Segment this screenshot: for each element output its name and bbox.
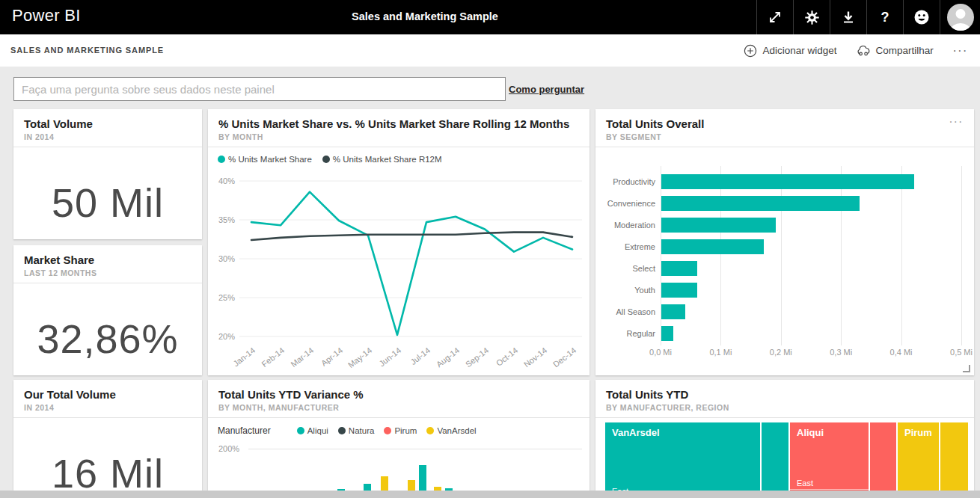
svg-text:Mar-14: Mar-14 xyxy=(289,345,315,369)
category-label: Extreme xyxy=(604,242,661,251)
settings-button[interactable] xyxy=(793,0,830,34)
bar[interactable] xyxy=(661,239,764,254)
svg-text:30%: 30% xyxy=(218,254,235,263)
svg-text:Nov-14: Nov-14 xyxy=(522,345,548,369)
bar[interactable] xyxy=(661,326,673,341)
bar[interactable] xyxy=(661,283,697,298)
download-button[interactable] xyxy=(830,0,866,34)
topbar: Power BI Sales and Marketing Sample xyxy=(0,0,980,34)
fullscreen-icon xyxy=(768,10,783,25)
avatar xyxy=(947,4,974,31)
treemap-block[interactable] xyxy=(940,422,968,498)
svg-text:Oct-14: Oct-14 xyxy=(494,345,519,368)
add-widget-button[interactable]: Adicionar widget xyxy=(744,44,836,58)
tile-subtitle: BY MONTH xyxy=(218,132,579,141)
bar[interactable] xyxy=(661,174,914,189)
category-label: Convenience xyxy=(604,199,661,208)
x-tick-label: 0,2 Mi xyxy=(759,348,803,357)
feedback-smiley-icon xyxy=(913,9,930,25)
treemap-block[interactable] xyxy=(762,422,788,498)
breadcrumb: SALES AND MARKETING SAMPLE xyxy=(10,46,164,55)
variance-legend: Manufacturer Aliqui Natura Pirum VanArsd… xyxy=(218,425,477,436)
x-tick-label: 0,1 Mi xyxy=(698,348,743,357)
svg-text:Aug-14: Aug-14 xyxy=(435,345,461,369)
legend-dot xyxy=(338,427,346,434)
legend-dot xyxy=(384,427,391,434)
tile-title: Total Units YTD Variance % xyxy=(218,388,579,401)
legend-item: VanArsdel xyxy=(426,426,476,435)
account-button[interactable] xyxy=(940,0,980,34)
tile-title: % Units Market Share vs. % Units Market … xyxy=(218,117,579,130)
horizontal-scrollbar[interactable] xyxy=(0,491,980,498)
svg-text:Apr-14: Apr-14 xyxy=(319,345,344,368)
treemap-block[interactable]: AliquiEast xyxy=(790,422,869,498)
tile-menu-button[interactable]: ... xyxy=(949,112,964,126)
plus-circle-icon xyxy=(744,44,757,58)
treemap-block[interactable]: VanArsdelEast xyxy=(605,422,760,498)
tile-market-share-line-chart[interactable]: % Units Market Share vs. % Units Market … xyxy=(208,109,589,375)
legend-dot xyxy=(218,156,225,163)
y-tick-label: 200% xyxy=(218,444,239,453)
x-tick-label: 0,0 Mi xyxy=(638,348,683,357)
topbar-actions: ? xyxy=(756,0,980,34)
share-label: Compartilhar xyxy=(876,45,934,56)
legend-title: Manufacturer xyxy=(218,425,271,436)
tile-subtitle: IN 2014 xyxy=(24,403,192,412)
legend-dot xyxy=(426,427,434,434)
dashboard-toolbar: SALES AND MARKETING SAMPLE Adicionar wid… xyxy=(0,34,980,67)
tile-title: Total Units YTD xyxy=(606,388,964,401)
qna-search-input[interactable] xyxy=(13,77,506,101)
feedback-button[interactable] xyxy=(903,0,940,34)
bar[interactable] xyxy=(661,196,860,211)
bar[interactable] xyxy=(661,218,776,233)
help-button[interactable]: ? xyxy=(866,0,903,34)
bar-row: Youth xyxy=(604,279,970,301)
tile-subtitle: IN 2014 xyxy=(24,132,192,141)
tile-total-units-overall[interactable]: Total Units Overall BY SEGMENT ... 0,0 M… xyxy=(595,109,974,375)
tile-total-volume[interactable]: Total Volume IN 2014 50 Mil xyxy=(13,109,202,239)
treemap-block[interactable]: Pirum xyxy=(898,422,939,498)
how-to-ask-link[interactable]: Como perguntar xyxy=(509,84,584,95)
bar-row: All Season xyxy=(604,301,970,322)
legend-item: Aliqui xyxy=(297,426,328,435)
tile-subtitle: LAST 12 MONTHS xyxy=(24,268,192,277)
svg-text:Jul-14: Jul-14 xyxy=(408,345,432,366)
legend-item: % Units Market Share xyxy=(218,155,312,164)
treemap-label: Aliqui xyxy=(797,427,869,438)
kpi-value: 32,86% xyxy=(13,283,202,375)
legend-item: % Units Market Share R12M xyxy=(322,155,442,164)
toolbar-more-button[interactable]: ... xyxy=(953,40,973,61)
svg-text:35%: 35% xyxy=(218,215,235,224)
bar[interactable] xyxy=(661,304,685,319)
powerbi-logo[interactable]: Power BI xyxy=(12,6,81,25)
tile-market-share[interactable]: Market Share LAST 12 MONTHS 32,86% xyxy=(13,245,202,375)
category-label: Regular xyxy=(604,329,661,338)
legend-item: Pirum xyxy=(384,426,417,435)
tile-title: Our Total Volume xyxy=(24,388,192,401)
total-units-bar-chart: 0,0 Mi0,1 Mi0,2 Mi0,3 Mi0,4 Mi0,5 Mi Pro… xyxy=(604,169,970,375)
tile-subtitle: BY MONTH, MANUFACTURER xyxy=(218,403,579,412)
fullscreen-button[interactable] xyxy=(756,0,793,34)
share-button[interactable]: Compartilhar xyxy=(857,44,934,57)
total-units-treemap: VanArsdelEastAliquiEastPirum xyxy=(605,422,971,498)
bar-row: Select xyxy=(604,257,970,279)
tile-ytd-variance[interactable]: Total Units YTD Variance % BY MONTH, MAN… xyxy=(208,380,589,498)
category-label: Moderation xyxy=(604,221,661,230)
bar-row: Moderation xyxy=(604,214,970,236)
treemap-sublabel: East xyxy=(797,479,813,488)
x-tick-label: 0,4 Mi xyxy=(879,348,924,357)
x-tick-label: 0,5 Mi xyxy=(939,348,974,357)
gridline xyxy=(248,449,582,449)
category-label: All Season xyxy=(604,307,661,316)
tile-resize-handle[interactable] xyxy=(963,365,970,372)
svg-text:Jun-14: Jun-14 xyxy=(377,345,402,368)
settings-icon xyxy=(804,10,820,25)
tile-title: Total Units Overall xyxy=(606,117,964,130)
tile-total-units-ytd[interactable]: Total Units YTD BY MANUFACTURER, REGION … xyxy=(595,380,974,498)
svg-text:40%: 40% xyxy=(218,176,235,185)
tile-our-total-volume[interactable]: Our Total Volume IN 2014 16 Mil xyxy=(13,380,202,498)
svg-text:May-14: May-14 xyxy=(346,345,373,369)
bar[interactable] xyxy=(661,261,697,276)
treemap-block[interactable] xyxy=(870,422,896,498)
tile-title: Market Share xyxy=(24,253,192,266)
